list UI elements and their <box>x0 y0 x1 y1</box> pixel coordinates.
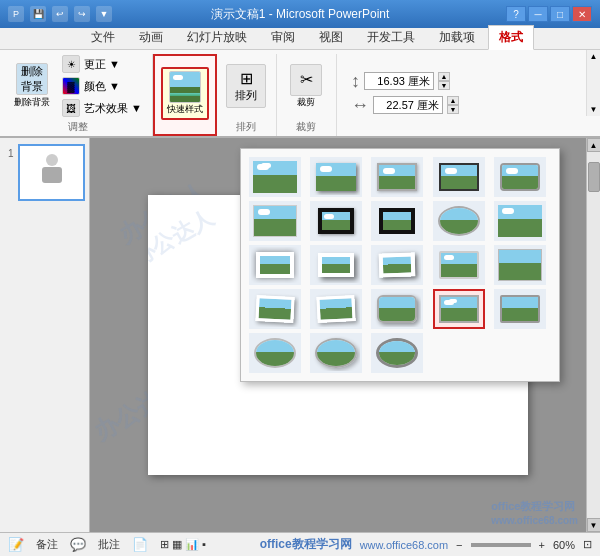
remove-bg-button[interactable]: 删除背景 删除背景 <box>10 61 54 111</box>
height-input[interactable] <box>364 72 434 90</box>
style-item-3[interactable] <box>371 157 423 197</box>
notes-label[interactable]: 备注 <box>36 537 58 552</box>
style-item-18[interactable] <box>371 289 423 329</box>
style-item-6[interactable] <box>249 201 301 241</box>
comments-label[interactable]: 批注 <box>98 537 120 552</box>
style-item-1[interactable] <box>249 157 301 197</box>
fit-window-btn[interactable]: ⊡ <box>583 538 592 551</box>
tab-review[interactable]: 审阅 <box>260 25 306 49</box>
style-item-22[interactable] <box>310 333 362 373</box>
redo-icon[interactable]: ↪ <box>74 6 90 22</box>
content-area: 1 办公达人 办公达人 办公达人 办公达人 办公达人 <box>0 138 600 532</box>
style-item-4[interactable] <box>433 157 485 197</box>
crop-content: ✂ 裁剪 <box>286 54 326 118</box>
height-row: ↕ ▲ ▼ <box>351 71 459 92</box>
quick-styles-icon <box>169 71 201 103</box>
ribbon-scroll-down[interactable]: ▼ <box>588 103 600 116</box>
title-bar-left: P 💾 ↩ ↪ ▼ <box>8 6 112 22</box>
arrange-button[interactable]: ⊞ 排列 <box>226 64 266 108</box>
style-item-20[interactable] <box>494 289 546 329</box>
scroll-thumb[interactable] <box>588 162 600 192</box>
style-dropdown <box>240 148 560 382</box>
height-up-btn[interactable]: ▲ <box>438 72 450 81</box>
style-item-13[interactable] <box>371 245 423 285</box>
tab-format[interactable]: 格式 <box>488 25 534 50</box>
close-button[interactable]: ✕ <box>572 6 592 22</box>
customize-icon[interactable]: ▼ <box>96 6 112 22</box>
scroll-track <box>587 152 601 518</box>
comments-icon: 💬 <box>70 537 86 552</box>
adjust-label: 调整 <box>68 120 88 136</box>
help-button[interactable]: ? <box>506 6 526 22</box>
width-up-btn[interactable]: ▲ <box>447 96 459 105</box>
height-label: ↕ <box>351 71 360 92</box>
style-item-2[interactable] <box>310 157 362 197</box>
undo-icon[interactable]: ↩ <box>52 6 68 22</box>
slide-item: 1 <box>8 144 85 201</box>
correct-button[interactable]: ☀ 更正 ▼ <box>58 54 146 74</box>
height-spinner: ▲ ▼ <box>438 72 450 90</box>
zoom-in-btn[interactable]: + <box>539 539 545 551</box>
quick-styles-group: 快速样式 <box>153 54 217 136</box>
style-item-21[interactable] <box>249 333 301 373</box>
powerpoint-icon: P <box>8 6 24 22</box>
style-item-7[interactable] <box>310 201 362 241</box>
adjust-group: 删除背景 删除背景 ☀ 更正 ▼ ▓ 颜色 ▼ 🖼 艺术效果 ▼ 调整 <box>4 54 153 136</box>
save-icon[interactable]: 💾 <box>30 6 46 22</box>
width-row: ↔ ▲ ▼ <box>351 95 459 116</box>
brand-watermark: office教程学习网 www.office68.com <box>491 499 578 526</box>
slide-wm1: 办公达人 <box>148 203 219 273</box>
notes-icon: 📝 <box>8 537 24 552</box>
style-item-16[interactable] <box>249 289 301 329</box>
style-item-23[interactable] <box>371 333 423 373</box>
tab-addins[interactable]: 加载项 <box>428 25 486 49</box>
tab-slideshow[interactable]: 幻灯片放映 <box>176 25 258 49</box>
artistic-icon: 🖼 <box>62 99 80 117</box>
scroll-down-arrow[interactable]: ▼ <box>587 518 601 532</box>
style-item-9[interactable] <box>433 201 485 241</box>
style-item-10[interactable] <box>494 201 546 241</box>
style-item-5[interactable] <box>494 157 546 197</box>
size-group: ↕ ▲ ▼ ↔ ▲ ▼ <box>337 54 473 136</box>
style-item-14[interactable] <box>433 245 485 285</box>
style-item-11[interactable] <box>249 245 301 285</box>
arrange-group: ⊞ 排列 排列 <box>217 54 277 136</box>
tab-file[interactable]: 文件 <box>80 25 126 49</box>
crop-label: 裁剪 <box>296 120 316 136</box>
main-canvas: 办公达人 办公达人 办公达人 办公达人 办公达人 <box>90 138 586 532</box>
crop-button[interactable]: ✂ 裁剪 <box>286 62 326 111</box>
minimize-button[interactable]: ─ <box>528 6 548 22</box>
maximize-button[interactable]: □ <box>550 6 570 22</box>
width-label: ↔ <box>351 95 369 116</box>
tab-animation[interactable]: 动画 <box>128 25 174 49</box>
brand-status: office教程学习网 <box>260 536 352 553</box>
artistic-button[interactable]: 🖼 艺术效果 ▼ <box>58 98 146 118</box>
style-item-19[interactable] <box>433 289 485 329</box>
height-down-btn[interactable]: ▼ <box>438 81 450 90</box>
style-grid <box>249 157 551 373</box>
color-button[interactable]: ▓ 颜色 ▼ <box>58 76 146 96</box>
adjust-group-content: 删除背景 删除背景 ☀ 更正 ▼ ▓ 颜色 ▼ 🖼 艺术效果 ▼ <box>10 54 146 118</box>
ribbon-scroll-up[interactable]: ▲ <box>588 50 600 63</box>
zoom-out-btn[interactable]: − <box>456 539 462 551</box>
slide-counter-icon: 📄 <box>132 537 148 552</box>
width-down-btn[interactable]: ▼ <box>447 105 459 114</box>
remove-bg-icon: 删除背景 <box>16 63 48 95</box>
slide-thumbnail[interactable] <box>18 144 85 201</box>
color-icon: ▓ <box>62 77 80 95</box>
size-content: ↕ ▲ ▼ ↔ ▲ ▼ <box>343 54 467 132</box>
style-item-12[interactable] <box>310 245 362 285</box>
right-scrollbar: ▲ ▼ <box>586 138 600 532</box>
style-item-15[interactable] <box>494 245 546 285</box>
style-item-17[interactable] <box>310 289 362 329</box>
quick-styles-button[interactable]: 快速样式 <box>161 67 209 120</box>
zoom-slider[interactable] <box>471 543 531 547</box>
width-input[interactable] <box>373 96 443 114</box>
measure-inputs: ↕ ▲ ▼ ↔ ▲ ▼ <box>343 67 467 120</box>
scroll-up-arrow[interactable]: ▲ <box>587 138 601 152</box>
tab-developer[interactable]: 开发工具 <box>356 25 426 49</box>
status-right: office教程学习网 www.office68.com − + 60% ⊡ <box>260 536 592 553</box>
ribbon-scroll: ▲ ▼ <box>586 50 600 116</box>
style-item-8[interactable] <box>371 201 423 241</box>
tab-view[interactable]: 视图 <box>308 25 354 49</box>
